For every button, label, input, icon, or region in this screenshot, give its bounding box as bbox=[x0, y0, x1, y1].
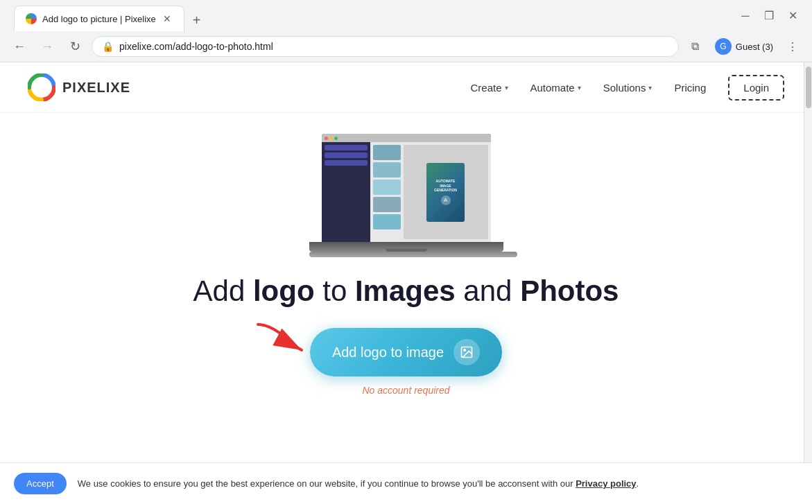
minimize-button[interactable]: ─ bbox=[734, 6, 757, 26]
scrollbar-track[interactable] bbox=[804, 62, 812, 464]
automate-chevron-icon: ▾ bbox=[578, 84, 581, 92]
nav-create[interactable]: Create ▾ bbox=[470, 82, 508, 94]
svg-point-3 bbox=[464, 349, 466, 351]
tab-close-button[interactable]: ✕ bbox=[162, 12, 173, 26]
solutions-chevron-icon: ▾ bbox=[648, 84, 652, 92]
back-button[interactable]: ← bbox=[8, 35, 31, 58]
close-window-button[interactable]: ✕ bbox=[781, 6, 804, 26]
tab-bar: Add logo to picture | Pixelixe ✕ + bbox=[8, 6, 207, 31]
thumb-1 bbox=[373, 145, 401, 160]
restore-button[interactable]: ❐ bbox=[758, 6, 780, 26]
login-button[interactable]: Login bbox=[728, 75, 784, 101]
browser-tab-active[interactable]: Add logo to picture | Pixelixe ✕ bbox=[14, 6, 184, 31]
sidebar-item-2 bbox=[325, 153, 368, 158]
screen-header-bar bbox=[322, 134, 491, 142]
profile-label: Guest (3) bbox=[736, 42, 773, 52]
new-tab-button[interactable]: + bbox=[187, 10, 207, 31]
address-bar[interactable]: 🔒 pixelixe.com/add-logo-to-photo.html bbox=[92, 36, 679, 57]
arrow-container bbox=[254, 321, 310, 365]
image-icon bbox=[453, 339, 480, 365]
menu-button[interactable]: ⋮ bbox=[781, 35, 804, 58]
tab-title: Add logo to picture | Pixelixe bbox=[42, 14, 156, 24]
lock-icon: 🔒 bbox=[102, 41, 114, 52]
window-controls: ─ ❐ ✕ bbox=[734, 6, 804, 31]
nav-automate[interactable]: Automate ▾ bbox=[530, 82, 581, 94]
laptop-screen: AUTOMATEIMAGEGENERATION A bbox=[322, 134, 491, 242]
thumb-5 bbox=[373, 214, 401, 229]
thumb-2 bbox=[373, 162, 401, 177]
forward-button[interactable]: → bbox=[36, 35, 58, 58]
cta-button-text: Add logo to image bbox=[332, 345, 444, 360]
thumb-3 bbox=[373, 180, 401, 195]
browser-content-wrapper: PIXELIXE Create ▾ Automate ▾ Solutions ▾… bbox=[0, 62, 812, 464]
website-content: PIXELIXE Create ▾ Automate ▾ Solutions ▾… bbox=[0, 62, 812, 464]
browser-chrome: Add logo to picture | Pixelixe ✕ + ─ ❐ ✕… bbox=[0, 0, 812, 62]
screen-dot-red bbox=[325, 137, 328, 140]
url-text: pixelixe.com/add-logo-to-photo.html bbox=[119, 41, 668, 52]
sidebar-item-3 bbox=[325, 160, 368, 166]
hero-title: Add logo to Images and Photos bbox=[193, 274, 619, 309]
tab-favicon bbox=[26, 13, 37, 24]
hero-bold-photos: Photos bbox=[520, 275, 619, 307]
cast-button[interactable]: ⧉ bbox=[684, 35, 707, 58]
avatar: G bbox=[715, 38, 732, 55]
toolbar-actions: ⧉ G Guest (3) ⋮ bbox=[684, 35, 804, 58]
scrollbar-thumb[interactable] bbox=[806, 67, 811, 108]
profile-button[interactable]: G Guest (3) bbox=[709, 35, 779, 58]
no-account-label: No account required bbox=[362, 385, 449, 396]
screen-dot-yellow bbox=[329, 137, 333, 140]
thumb-4 bbox=[373, 197, 401, 212]
logo-icon bbox=[28, 73, 55, 101]
laptop-bottom-bar bbox=[309, 252, 517, 257]
screen-thumbnails bbox=[373, 145, 401, 239]
cta-area: Add logo to image No account required bbox=[310, 328, 502, 396]
logo-area: PIXELIXE bbox=[28, 73, 130, 101]
laptop-mockup: AUTOMATEIMAGEGENERATION A bbox=[309, 134, 503, 257]
browser-title-bar: Add logo to picture | Pixelixe ✕ + ─ ❐ ✕ bbox=[0, 0, 812, 31]
logo-text: PIXELIXE bbox=[62, 80, 130, 96]
cookie-banner: Accept We use cookies to ensure you get … bbox=[0, 462, 812, 464]
screen-sidebar bbox=[322, 142, 370, 242]
laptop-base bbox=[309, 242, 503, 252]
hero-section: AUTOMATEIMAGEGENERATION A Add logo to Im… bbox=[0, 113, 812, 410]
create-chevron-icon: ▾ bbox=[505, 84, 508, 92]
browser-toolbar: ← → ↻ 🔒 pixelixe.com/add-logo-to-photo.h… bbox=[0, 31, 812, 62]
screen-content: AUTOMATEIMAGEGENERATION A bbox=[370, 142, 491, 242]
hero-bold-logo: logo bbox=[253, 275, 315, 307]
canvas-card-icon: A bbox=[441, 195, 451, 205]
screen-main: AUTOMATEIMAGEGENERATION A bbox=[370, 142, 491, 242]
nav-solutions[interactable]: Solutions ▾ bbox=[603, 82, 653, 94]
nav-pricing[interactable]: Pricing bbox=[674, 82, 706, 94]
reload-button[interactable]: ↻ bbox=[64, 35, 86, 58]
add-logo-button[interactable]: Add logo to image bbox=[310, 328, 502, 376]
nav-links: Create ▾ Automate ▾ Solutions ▾ Pricing … bbox=[470, 75, 784, 101]
sidebar-item-1 bbox=[325, 145, 368, 150]
screen-canvas: AUTOMATEIMAGEGENERATION A bbox=[404, 145, 488, 239]
site-nav: PIXELIXE Create ▾ Automate ▾ Solutions ▾… bbox=[0, 62, 812, 113]
red-arrow-icon bbox=[254, 321, 310, 363]
screen-dot-green bbox=[334, 137, 338, 140]
canvas-card-text: AUTOMATEIMAGEGENERATION bbox=[434, 179, 457, 193]
hero-bold-images: Images bbox=[355, 275, 456, 307]
screen-inner: AUTOMATEIMAGEGENERATION A bbox=[322, 142, 491, 242]
canvas-card: AUTOMATEIMAGEGENERATION A bbox=[426, 163, 465, 222]
